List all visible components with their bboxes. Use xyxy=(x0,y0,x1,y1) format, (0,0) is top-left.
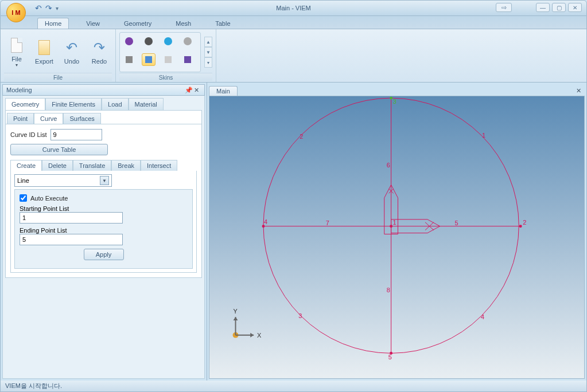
app-orb[interactable]: I M xyxy=(6,3,26,22)
skin-swatch-5[interactable] xyxy=(122,53,136,66)
subtab-curve[interactable]: Curve xyxy=(34,113,63,124)
minimize-button[interactable]: — xyxy=(536,3,550,12)
start-point-label: Starting Point List xyxy=(20,205,69,212)
lbl-5: 5 xyxy=(388,354,392,360)
point-2 xyxy=(519,225,522,228)
skin-swatch-6-selected[interactable] xyxy=(142,53,156,66)
qat-dropdown-icon[interactable]: ▾ xyxy=(56,5,59,11)
window-controls: — ▢ ✕ xyxy=(536,3,582,12)
tab-finite-elements[interactable]: Finite Elements xyxy=(45,98,102,110)
clbl-8: 8 xyxy=(387,287,390,293)
ribbon-tabstrip: Home View Geometry Mesh Table xyxy=(0,16,587,29)
modeling-body: Geometry Finite Elements Load Material P… xyxy=(2,96,205,379)
point-1 xyxy=(390,225,392,228)
lbl-4: 4 xyxy=(264,218,267,225)
skin-swatch-8[interactable] xyxy=(181,53,195,66)
close-panel-icon[interactable]: ✕ xyxy=(194,87,201,94)
end-point-input[interactable] xyxy=(20,234,123,245)
optab-break[interactable]: Break xyxy=(111,160,141,171)
axes-triad: X Y xyxy=(233,308,262,339)
skin-swatch-7[interactable] xyxy=(161,53,175,66)
curve-table-button[interactable]: Curve Table xyxy=(10,144,108,155)
viewport-canvas: 1 2 3 4 5 1 2 3 4 5 6 7 8 xyxy=(209,96,584,378)
start-point-input[interactable] xyxy=(20,212,123,224)
redo-icon[interactable]: ↷ xyxy=(45,3,52,13)
skins-more-button[interactable]: ▾ xyxy=(204,57,212,68)
redo-icon: ↶ xyxy=(91,40,107,56)
svg-text:X: X xyxy=(257,332,262,339)
skin-arrow-icon: ⇨ xyxy=(502,4,507,11)
lbl-2: 2 xyxy=(523,219,526,226)
redo-button[interactable]: ↶ Redo xyxy=(87,37,112,67)
pin-icon[interactable]: 📌 xyxy=(185,87,192,94)
tab-load[interactable]: Load xyxy=(102,98,128,110)
modeling-panel: Modeling 📌 ✕ Geometry Finite Elements Lo… xyxy=(1,83,207,381)
lbl-3: 3 xyxy=(393,98,396,105)
ribbon: File ▾ Export ↶ Undo ↶ Redo File xyxy=(0,29,587,83)
skin-swatch-1[interactable] xyxy=(122,35,136,48)
create-params-group: Auto Execute Starting Point List Ending … xyxy=(14,189,193,269)
apply-button[interactable]: Apply xyxy=(84,249,124,260)
optab-create[interactable]: Create xyxy=(10,160,42,171)
clbl-6: 6 xyxy=(387,162,390,168)
tab-view[interactable]: View xyxy=(79,18,107,29)
optab-intersect[interactable]: Intersect xyxy=(141,160,177,171)
chevron-down-icon: ▼ xyxy=(100,176,109,185)
auto-execute-label: Auto Execute xyxy=(30,195,68,202)
status-text: VIEM을 시작합니다. xyxy=(5,382,62,390)
clbl-3: 3 xyxy=(298,312,302,319)
undo-button[interactable]: ↶ Undo xyxy=(59,37,84,67)
skin-swatch-2[interactable] xyxy=(142,35,156,48)
auto-execute-checkbox[interactable] xyxy=(20,194,27,202)
undo-icon: ↶ xyxy=(64,40,80,56)
modeling-main-tabs: Geometry Finite Elements Load Material xyxy=(5,98,202,110)
file-button[interactable]: File ▾ xyxy=(4,35,29,70)
skin-swatch-3[interactable] xyxy=(161,35,175,48)
titlebar: I M ↶ ↷ ▾ Main - VIEM ⇨ — ▢ ✕ xyxy=(0,0,587,16)
close-button[interactable]: ✕ xyxy=(568,3,582,12)
quick-access-toolbar: ↶ ↷ ▾ xyxy=(35,3,59,13)
tab-geometry[interactable]: Geometry xyxy=(5,98,45,110)
document-tabs: Main ✕ xyxy=(209,84,585,96)
curve-id-input[interactable] xyxy=(50,129,102,140)
skin-swatch-4[interactable] xyxy=(181,35,195,48)
tab-geometry[interactable]: Geometry xyxy=(117,18,158,29)
tab-material[interactable]: Material xyxy=(129,98,164,110)
group-label-skins: Skins xyxy=(119,73,212,81)
curve-id-label: Curve ID List xyxy=(10,131,47,138)
viewport-3d[interactable]: 1 2 3 4 5 1 2 3 4 5 6 7 8 xyxy=(209,96,585,379)
point-4 xyxy=(262,225,265,228)
group-label-file: File xyxy=(4,73,112,81)
clbl-4: 4 xyxy=(481,313,484,320)
skins-down-button[interactable]: ▼ xyxy=(204,47,212,57)
skins-gallery[interactable] xyxy=(119,32,201,72)
operation-tabs: Create Delete Translate Break Intersect xyxy=(10,160,197,171)
curve-type-combo[interactable]: Line ▼ xyxy=(14,174,112,187)
doc-tab-main[interactable]: Main xyxy=(209,86,238,96)
window-title: Main - VIEM xyxy=(276,5,311,11)
clbl-2: 2 xyxy=(300,133,303,140)
clbl-7: 7 xyxy=(326,219,329,226)
ribbon-group-file: File ▾ Export ↶ Undo ↶ Redo File xyxy=(1,29,116,82)
export-icon xyxy=(36,40,52,56)
lbl-1: 1 xyxy=(393,219,396,226)
undo-icon[interactable]: ↶ xyxy=(35,3,42,13)
tab-table[interactable]: Table xyxy=(208,18,237,29)
export-button[interactable]: Export xyxy=(32,37,57,67)
viewport-wrap: Main ✕ xyxy=(207,83,586,381)
combo-value: Line xyxy=(17,177,29,184)
maximize-button[interactable]: ▢ xyxy=(552,3,566,12)
optab-translate[interactable]: Translate xyxy=(73,160,111,171)
close-doc-icon[interactable]: ✕ xyxy=(573,86,585,96)
subtab-surfaces[interactable]: Surfaces xyxy=(63,113,100,124)
skins-spinner: ▲ ▼ ▾ xyxy=(204,37,212,68)
tab-home[interactable]: Home xyxy=(37,18,69,29)
skins-up-button[interactable]: ▲ xyxy=(204,37,212,47)
ribbon-group-skins: ▲ ▼ ▾ Skins xyxy=(116,29,216,82)
subtab-point[interactable]: Point xyxy=(7,113,34,124)
skin-chooser-button[interactable]: ⇨ xyxy=(496,3,512,12)
optab-delete[interactable]: Delete xyxy=(42,160,73,171)
clbl-1: 1 xyxy=(482,132,485,139)
tab-mesh[interactable]: Mesh xyxy=(169,18,198,29)
modeling-sub-tabs: Point Curve Surfaces xyxy=(6,112,201,124)
